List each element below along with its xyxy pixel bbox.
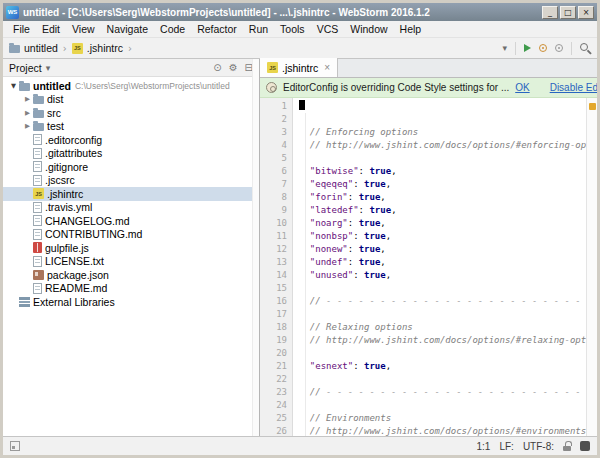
breadcrumb-project[interactable]: untitled (24, 42, 58, 54)
tree-item--gitattributes[interactable]: .gitattributes (3, 147, 259, 161)
search-icon[interactable] (580, 43, 591, 54)
close-tab-icon[interactable]: × (324, 62, 330, 73)
code-line[interactable]: "undef": true, (299, 256, 586, 269)
inspection-marker[interactable] (589, 103, 596, 110)
line-number[interactable]: 9 (260, 204, 287, 217)
code-line[interactable] (299, 308, 586, 321)
line-number[interactable]: 14 (260, 269, 287, 282)
code-line[interactable] (299, 152, 586, 165)
code-line[interactable]: "eqeqeq": true, (299, 178, 586, 191)
banner-ok-link[interactable]: OK (515, 82, 529, 93)
file-encoding[interactable]: UTF-8: (523, 441, 554, 452)
code-line[interactable] (299, 373, 586, 386)
code-line[interactable] (299, 282, 586, 295)
code-line[interactable]: "nonbsp": true, (299, 230, 586, 243)
code-line[interactable]: "latedef": true, (299, 204, 586, 217)
line-number[interactable]: 22 (260, 373, 287, 386)
menu-help[interactable]: Help (394, 22, 428, 36)
code-line[interactable]: // http://www.jshint.com/docs/options/#e… (299, 425, 586, 436)
tree-collapsed-arrow-icon[interactable]: ▶ (22, 122, 33, 130)
run-icon[interactable] (524, 44, 531, 52)
tab-jshintrc[interactable]: JS .jshintrc × (260, 58, 338, 77)
line-number[interactable]: 25 (260, 412, 287, 425)
line-number[interactable]: 19 (260, 334, 287, 347)
tree-item-license-txt[interactable]: LICENSE.txt (3, 255, 259, 269)
tree-item-test[interactable]: ▶test (3, 120, 259, 134)
tree-item--editorconfig[interactable]: .editorconfig (3, 133, 259, 147)
line-number[interactable]: 18 (260, 321, 287, 334)
toolwindow-toggle-icon[interactable] (10, 441, 20, 451)
code-line[interactable]: "unused": true, (299, 269, 586, 282)
line-number[interactable]: 21 (260, 360, 287, 373)
menu-navigate[interactable]: Navigate (101, 22, 154, 36)
tree-scrollbar[interactable] (252, 59, 259, 436)
line-number[interactable]: 15 (260, 282, 287, 295)
chevron-down-icon[interactable]: ▾ (46, 63, 51, 73)
hector-icon[interactable] (580, 441, 590, 451)
line-number[interactable]: 10 (260, 217, 287, 230)
code-line[interactable] (299, 113, 586, 126)
caret-position[interactable]: 1:1 (477, 441, 491, 452)
lock-icon[interactable] (563, 441, 571, 451)
menu-tools[interactable]: Tools (274, 22, 311, 36)
line-number[interactable]: 23 (260, 386, 287, 399)
menu-run[interactable]: Run (243, 22, 274, 36)
code-line[interactable]: { (299, 100, 586, 113)
line-number[interactable]: 2 (260, 113, 287, 126)
project-panel-title[interactable]: Project (9, 62, 42, 74)
line-separator[interactable]: LF: (499, 441, 513, 452)
line-number[interactable]: 4 (260, 139, 287, 152)
editor-code-area[interactable]: 1234567891011121314151617181920212223242… (260, 98, 597, 436)
gear-icon[interactable]: ⚙ (229, 62, 238, 73)
line-number[interactable]: 7 (260, 178, 287, 191)
menu-code[interactable]: Code (154, 22, 191, 36)
menu-refactor[interactable]: Refactor (191, 22, 243, 36)
tree-item--travis-yml[interactable]: .travis.yml (3, 201, 259, 215)
code-line[interactable]: "nonew": true, (299, 243, 586, 256)
menu-file[interactable]: File (7, 22, 36, 36)
line-number[interactable]: 6 (260, 165, 287, 178)
code-line[interactable]: "bitwise": true, (299, 165, 586, 178)
menu-vcs[interactable]: VCS (311, 22, 345, 36)
banner-disable-link[interactable]: Disable EditorConfig support (550, 82, 597, 93)
tree-item--jscsrc[interactable]: .jscsrc (3, 174, 259, 188)
line-number[interactable]: 17 (260, 308, 287, 321)
tree-item-external-libraries[interactable]: External Libraries (3, 295, 259, 309)
line-number[interactable]: 8 (260, 191, 287, 204)
menu-edit[interactable]: Edit (36, 22, 66, 36)
menu-view[interactable]: View (66, 22, 101, 36)
line-number[interactable]: 24 (260, 399, 287, 412)
line-number[interactable]: 20 (260, 347, 287, 360)
code-line[interactable]: // - - - - - - - - - - - - - - - - - - -… (299, 295, 586, 308)
menu-window[interactable]: Window (344, 22, 393, 36)
code-line[interactable] (299, 347, 586, 360)
code-line[interactable]: // Relaxing options (299, 321, 586, 334)
settings-icon[interactable] (555, 44, 563, 52)
code-line[interactable]: // http://www.jshint.com/docs/options/#r… (299, 334, 586, 347)
line-number[interactable]: 11 (260, 230, 287, 243)
tree-item-untitled[interactable]: ▼untitledC:\Users\Serg\WebstormProjects\… (3, 79, 259, 93)
code-line[interactable]: "noarg": true, (299, 217, 586, 230)
tree-collapsed-arrow-icon[interactable]: ▶ (22, 95, 33, 103)
code-line[interactable]: // - - - - - - - - - - - - - - - - - - -… (299, 386, 586, 399)
line-number[interactable]: 13 (260, 256, 287, 269)
tree-item-contributing-md[interactable]: CONTRIBUTING.md (3, 228, 259, 242)
maximize-button[interactable]: □ (560, 6, 576, 19)
tree-item-dist[interactable]: ▶dist (3, 93, 259, 107)
tree-item-package-json[interactable]: package.json (3, 268, 259, 282)
close-button[interactable]: × (578, 6, 594, 19)
inspections-icon[interactable] (539, 44, 547, 52)
breadcrumb-file[interactable]: .jshintrc (87, 42, 123, 54)
tree-collapsed-arrow-icon[interactable]: ▶ (22, 109, 33, 117)
code-line[interactable]: // Enforcing options (299, 126, 586, 139)
tree-item-src[interactable]: ▶src (3, 106, 259, 120)
tree-item-gulpfile-js[interactable]: gulpfile.js (3, 241, 259, 255)
tree-item--gitignore[interactable]: .gitignore (3, 160, 259, 174)
code-line[interactable]: // Environments (299, 412, 586, 425)
line-number[interactable]: 26 (260, 425, 287, 438)
locate-icon[interactable]: ⊙ (213, 62, 221, 73)
code-line[interactable]: "forin": true, (299, 191, 586, 204)
tree-expanded-arrow-icon[interactable]: ▼ (8, 82, 19, 90)
minimize-button[interactable]: _ (542, 6, 558, 19)
line-number[interactable]: 12 (260, 243, 287, 256)
